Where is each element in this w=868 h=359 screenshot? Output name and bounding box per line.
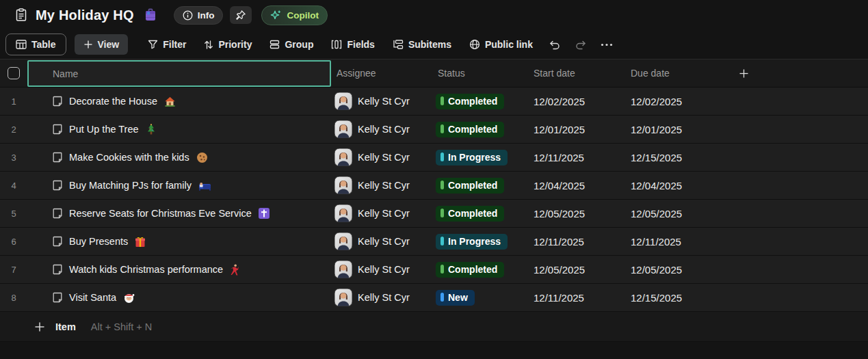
group-icon (269, 40, 280, 49)
name-cell[interactable]: Buy Matching PJs for family (27, 180, 331, 191)
pin-button[interactable] (230, 6, 252, 24)
redo-icon (575, 40, 587, 50)
start-date-cell[interactable]: 12/01/2025 (528, 124, 625, 135)
start-date-cell[interactable]: 12/05/2025 (528, 208, 625, 220)
assignee-cell[interactable]: Kelly St Cyr (331, 120, 432, 138)
add-column-button[interactable] (733, 66, 754, 81)
status-label: In Progress (448, 152, 501, 163)
status-bar (440, 124, 444, 133)
page-icon (53, 124, 62, 135)
subitems-button[interactable]: Subitems (385, 34, 459, 55)
name-cell[interactable]: Watch kids Christmas performance (27, 264, 331, 276)
table-row[interactable]: 2 Put Up the Tree Kelly St Cyr Completed… (0, 116, 868, 144)
priority-button[interactable]: Priority (196, 34, 259, 55)
status-badge: Completed (436, 178, 504, 194)
table-row[interactable]: 8 Visit Santa Kelly St Cyr New 12/11/202… (0, 284, 868, 312)
start-date-cell[interactable]: 12/11/2025 (528, 152, 625, 163)
due-date-cell[interactable]: 12/05/2025 (625, 208, 722, 220)
fields-icon (331, 40, 342, 49)
assignee-name: Kelly St Cyr (358, 292, 410, 303)
item-name: Visit Santa (69, 292, 116, 303)
table-row[interactable]: 1 Decorate the House Kelly St Cyr Comple… (0, 88, 868, 116)
column-header-name[interactable]: Name (27, 60, 331, 87)
select-all-checkbox[interactable] (8, 67, 20, 79)
pin-icon (235, 10, 246, 21)
redo-button[interactable] (569, 35, 592, 55)
fields-button[interactable]: Fields (324, 34, 382, 55)
start-date-cell[interactable]: 12/02/2025 (528, 96, 625, 107)
assignee-cell[interactable]: Kelly St Cyr (331, 92, 432, 110)
start-date-cell[interactable]: 12/04/2025 (528, 180, 625, 191)
due-date-cell[interactable]: 12/04/2025 (625, 180, 722, 191)
table-body: 1 Decorate the House Kelly St Cyr Comple… (0, 88, 868, 312)
status-cell[interactable]: Completed (432, 262, 528, 278)
due-date-cell[interactable]: 12/15/2025 (625, 152, 722, 163)
plus-icon (34, 321, 45, 332)
page-icon (53, 292, 62, 303)
assignee-cell[interactable]: Kelly St Cyr (331, 176, 432, 194)
status-bar (440, 209, 444, 217)
due-date-cell[interactable]: 12/11/2025 (625, 236, 722, 248)
status-cell[interactable]: In Progress (432, 150, 528, 165)
column-header-assignee[interactable]: Assignee (331, 68, 432, 79)
column-header-status[interactable]: Status (432, 68, 528, 79)
status-badge: Completed (436, 122, 504, 137)
start-date-cell[interactable]: 12/11/2025 (528, 236, 625, 248)
due-date-cell[interactable]: 12/05/2025 (625, 264, 722, 276)
table-row[interactable]: 3 Make Cookies with the kids Kelly St Cy… (0, 144, 868, 172)
status-badge: Completed (436, 206, 504, 222)
add-view-button[interactable]: View (75, 34, 129, 55)
avatar (334, 92, 352, 110)
table-view-button[interactable]: Table (5, 34, 66, 55)
name-cell[interactable]: Reserve Seats for Christmas Eve Service (27, 208, 331, 219)
column-header-start-date[interactable]: Start date (528, 68, 625, 79)
page-title: My Holiday HQ (36, 8, 134, 23)
start-date-cell[interactable]: 12/05/2025 (528, 264, 625, 276)
table-row[interactable]: 4 Buy Matching PJs for family Kelly St C… (0, 172, 868, 200)
info-button[interactable]: Info (174, 6, 224, 25)
assignee-cell[interactable]: Kelly St Cyr (331, 261, 432, 278)
page-icon (53, 264, 62, 275)
due-date-cell[interactable]: 12/02/2025 (625, 96, 722, 107)
undo-button[interactable] (543, 35, 566, 55)
status-bar (440, 96, 444, 105)
public-link-button[interactable]: Public link (462, 34, 540, 55)
avatar (334, 120, 352, 138)
name-cell[interactable]: Visit Santa (27, 292, 331, 304)
gift-emoji (135, 236, 146, 248)
column-header-due-date[interactable]: Due date (625, 68, 722, 79)
due-date-cell[interactable]: 12/15/2025 (625, 292, 722, 304)
status-cell[interactable]: In Progress (432, 234, 528, 250)
assignee-cell[interactable]: Kelly St Cyr (331, 289, 432, 306)
house-emoji (164, 96, 176, 107)
assignee-cell[interactable]: Kelly St Cyr (331, 232, 432, 250)
status-cell[interactable]: Completed (432, 178, 528, 194)
name-cell[interactable]: Put Up the Tree (27, 124, 331, 135)
copilot-button[interactable]: Copilot (261, 5, 328, 25)
status-cell[interactable]: Completed (432, 206, 528, 222)
due-date-cell[interactable]: 12/01/2025 (625, 124, 722, 135)
more-options-button[interactable] (595, 38, 618, 51)
table-row[interactable]: 5 Reserve Seats for Christmas Eve Servic… (0, 200, 868, 228)
status-cell[interactable]: Completed (432, 94, 528, 109)
table-row[interactable]: 7 Watch kids Christmas performance Kelly… (0, 256, 868, 284)
table-row[interactable]: 6 Buy Presents Kelly St Cyr In Progress … (0, 228, 868, 256)
status-cell[interactable]: New (432, 290, 528, 306)
name-cell[interactable]: Decorate the House (27, 96, 331, 107)
status-cell[interactable]: Completed (432, 122, 528, 137)
assignee-cell[interactable]: Kelly St Cyr (331, 148, 432, 166)
tree-emoji (146, 124, 157, 135)
assignee-cell[interactable]: Kelly St Cyr (331, 204, 432, 222)
name-cell[interactable]: Buy Presents (27, 236, 331, 248)
assignee-name: Kelly St Cyr (358, 96, 410, 107)
group-button[interactable]: Group (262, 34, 321, 55)
cookie-emoji (196, 152, 208, 163)
add-item-row[interactable]: Item Alt + Shift + N (0, 312, 868, 342)
row-number: 4 (0, 181, 27, 191)
ellipsis-icon (601, 43, 613, 46)
name-cell[interactable]: Make Cookies with the kids (27, 152, 331, 163)
filter-button[interactable]: Filter (140, 34, 194, 55)
start-date-cell[interactable]: 12/11/2025 (528, 292, 625, 304)
sort-arrows-icon (204, 40, 213, 50)
status-bar (440, 181, 444, 189)
